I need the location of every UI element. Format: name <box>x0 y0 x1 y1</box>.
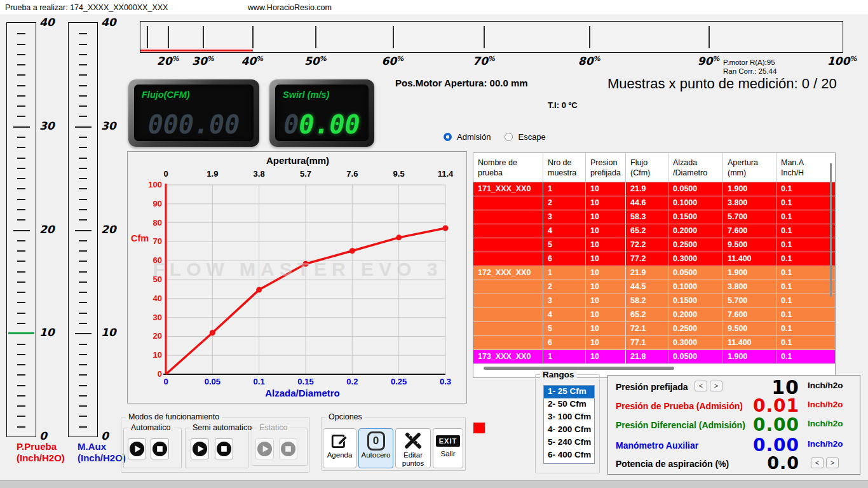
table-cell: 0.1 <box>776 280 836 294</box>
swirl-display-label: Swirl (m/s) <box>283 90 329 100</box>
table-cell: 10 <box>586 308 626 322</box>
semi-automatic-stop-button[interactable] <box>215 438 233 459</box>
table-cell: 7.600 <box>723 224 776 238</box>
table-cell: 11.400 <box>723 336 776 350</box>
manometer-minor-tick <box>79 85 87 86</box>
table-cell: 0.3000 <box>668 252 723 266</box>
website-label: www.HoracioResio.com <box>248 3 332 12</box>
table-row[interactable]: 41065.20.20007.6000.1 <box>473 308 835 322</box>
table-cell: 1.900 <box>723 266 776 280</box>
percent-scale <box>140 21 843 53</box>
readout-increase-button[interactable]: > <box>710 381 722 391</box>
manometer-minor-tick <box>17 116 25 117</box>
table-row[interactable]: 21044.60.10003.8000.1 <box>473 196 835 210</box>
manometer-scale-value: 10 <box>101 326 116 339</box>
flow-chart: Apertura(mm) 01.93.85.77.69.511.4 100908… <box>127 151 467 403</box>
chart-top-tick: 9.5 <box>393 169 405 179</box>
table-cell: 7.600 <box>723 308 776 322</box>
swirl-display: Swirl (m/s) 00.00 <box>269 79 374 147</box>
range-item-4[interactable]: 4- 200 Cfm <box>544 424 594 437</box>
percent-tick-70 <box>484 26 485 48</box>
escape-radio-label[interactable]: Escape <box>518 132 545 142</box>
table-row[interactable]: 31058.30.15005.7000.1 <box>473 210 835 224</box>
table-row[interactable]: 41065.20.20007.6000.1 <box>473 224 835 238</box>
table-cell: 1.900 <box>723 350 776 364</box>
readout-value: 0.00 <box>703 416 799 434</box>
table-cell: 3.800 <box>723 196 776 210</box>
manometer-minor-tick <box>79 271 87 273</box>
automatic-stop-button[interactable] <box>151 438 169 459</box>
readout-label: Manómetro Auxiliar <box>616 440 698 451</box>
percent-label-30: 30% <box>192 55 214 67</box>
table-header-cell: Presionprefijada <box>586 153 626 182</box>
readout-decrease-button[interactable]: < <box>695 381 707 391</box>
chart-y-tick: 30 <box>137 313 162 322</box>
chart-y-tick: 100 <box>137 180 162 189</box>
table-row[interactable]: 61077.20.300011.4000.1 <box>473 252 835 266</box>
ranges-title: Rangos <box>540 370 577 379</box>
table-header-cell: Nro demuestra <box>543 153 586 182</box>
semi-automatic-mode-group: Semi automatico <box>185 428 248 468</box>
manometer-minor-tick <box>79 354 87 355</box>
manometer-minor-tick <box>79 261 87 262</box>
range-item-3[interactable]: 3- 100 Cfm <box>544 411 594 424</box>
manometer-minor-tick <box>17 44 25 45</box>
semi-automatic-play-button[interactable] <box>191 438 209 459</box>
autocero-button[interactable]: 0 Autocero <box>358 428 393 468</box>
manometer-scale-value: 10 <box>39 326 55 339</box>
admision-radio-label[interactable]: Admisión <box>457 132 491 142</box>
manometer-minor-tick <box>79 33 87 34</box>
range-item-6[interactable]: 6- 400 Cfm <box>544 449 594 462</box>
manometer-minor-tick <box>79 147 87 148</box>
chart-top-tick: 0 <box>163 169 168 179</box>
agenda-button[interactable]: Agenda <box>323 428 356 468</box>
percent-label-40: 40% <box>241 55 263 67</box>
table-cell: 0.1000 <box>668 196 723 210</box>
ranges-listbox: 1- 25 Cfm2- 50 Cfm3- 100 Cfm4- 200 Cfm5-… <box>543 385 595 464</box>
table-horizontal-scrollbar[interactable] <box>484 367 674 370</box>
play-icon <box>129 441 145 457</box>
table-cell-test-name <box>473 336 543 350</box>
operating-modes-group: Modos de funcionamiento Automatico Semi … <box>121 417 309 473</box>
table-row[interactable]: 171_XXX_XX011021.90.05001.9000.1 <box>473 182 835 196</box>
motor-position-label: Pos.Motor Apertura: 00.0 mm <box>395 78 528 88</box>
table-row[interactable]: 51072.20.25009.5000.1 <box>473 238 835 252</box>
operating-modes-title: Modos de funcionamiento <box>126 412 222 421</box>
table-header-cell: Nombre de prueba <box>473 153 543 182</box>
table-cell: 5 <box>543 238 586 252</box>
table-row[interactable]: 31058.20.15005.7000.1 <box>473 294 835 308</box>
manometer-minor-tick <box>79 426 87 428</box>
readout-increase-button[interactable]: > <box>826 458 839 468</box>
table-vertical-scrollbar[interactable] <box>830 163 832 297</box>
manometer-minor-tick <box>17 354 25 355</box>
chart-x-tick: 0 <box>163 377 168 386</box>
percent-tick-60 <box>393 26 394 48</box>
admision-radio[interactable] <box>444 133 452 141</box>
table-row[interactable]: 61077.10.300011.4000.1 <box>473 336 835 350</box>
readout-unit: Inch/h2o <box>808 439 843 449</box>
table-row[interactable]: 173_XXX_XX011021.80.05001.9000.1 <box>473 350 835 364</box>
salir-button[interactable]: EXIT Salir <box>433 428 463 468</box>
manometer-minor-tick <box>17 33 25 34</box>
table-cell-test-name: 173_XXX_XX0 <box>473 350 543 364</box>
table-row[interactable]: 51072.10.25009.5000.1 <box>473 322 835 336</box>
manometer-right <box>68 22 98 437</box>
manometer-scale-value: 30 <box>39 119 55 132</box>
table-row[interactable]: 21044.50.10003.8000.1 <box>473 280 835 294</box>
automatic-play-button[interactable] <box>128 438 146 459</box>
range-item-5[interactable]: 5- 240 Cfm <box>544 437 594 449</box>
motor-power-label: P.motor R(A):95 <box>723 58 776 67</box>
range-item-1[interactable]: 1- 25 Cfm <box>544 386 594 398</box>
autocero-button-label: Autocero <box>361 451 390 459</box>
chart-top-tick: 5.7 <box>300 169 311 179</box>
escape-radio[interactable] <box>505 133 513 141</box>
percent-tick-40 <box>252 26 254 48</box>
table-row[interactable]: 172_XXX_XX011021.90.05001.9000.1 <box>473 266 835 280</box>
table-header-cell: Apertura(mm) <box>723 153 776 182</box>
manometer-minor-tick <box>17 271 25 273</box>
editar-puntos-button[interactable]: Editar puntos <box>395 428 431 468</box>
manometer-minor-tick <box>79 137 87 138</box>
readout-decrease-button[interactable]: < <box>811 458 824 468</box>
manometer-minor-tick <box>17 199 25 200</box>
range-item-2[interactable]: 2- 50 Cfm <box>544 398 594 411</box>
